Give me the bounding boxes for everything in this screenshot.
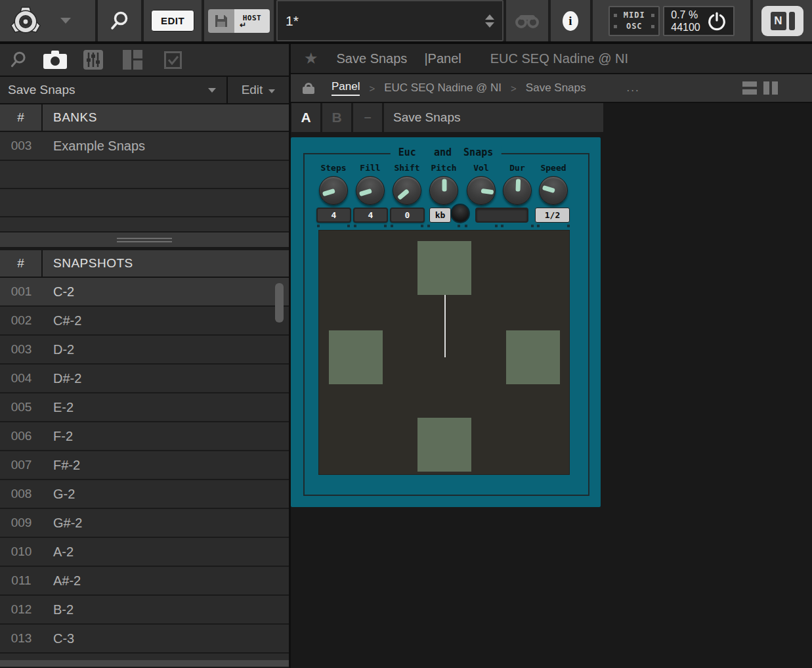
fill-knob[interactable]	[356, 176, 385, 205]
speed-knob[interactable]	[539, 176, 568, 205]
snapshot-row[interactable]: 004 D#-2	[0, 365, 289, 393]
star-icon[interactable]: ★	[304, 49, 318, 68]
snapshot-row[interactable]: 013 C-3	[0, 625, 289, 654]
sliders-icon	[83, 50, 103, 70]
step-square[interactable]	[417, 241, 471, 295]
pitch-kb-toggle[interactable]: kb	[429, 208, 451, 223]
snapshot-edit-menu[interactable]: Edit	[228, 83, 289, 97]
ni-logo-icon[interactable]: N	[761, 6, 803, 36]
search-icon	[110, 11, 129, 32]
fill-value[interactable]: 4	[353, 208, 388, 223]
search-icon	[10, 51, 27, 69]
bank-empty-slot[interactable]	[0, 189, 289, 217]
snapshot-number: 004	[0, 371, 43, 386]
enter-arrow-icon: ↵	[240, 22, 246, 28]
snapshot-select-field[interactable]: 1*	[276, 0, 503, 41]
view-b-tab[interactable]: B	[322, 103, 351, 132]
vol-slider[interactable]	[475, 208, 528, 223]
snapshots-list: 001 C-2 002 C#-2 003 D-2 004 D#-2 005 E-…	[0, 278, 289, 660]
spinner-down-icon[interactable]	[485, 22, 494, 28]
speed-value[interactable]: 1/2	[535, 208, 570, 223]
pitch-round-button[interactable]	[450, 204, 470, 223]
sidebar-panelsets-tab[interactable]	[113, 50, 152, 70]
knob-min-dot	[317, 225, 320, 227]
dur-knob[interactable]	[503, 176, 532, 205]
snapshot-row[interactable]: 010 A-2	[0, 538, 289, 567]
knob-max-dot	[347, 225, 350, 227]
bank-empty-slot[interactable]	[0, 217, 289, 233]
toolbar-search-button[interactable]	[98, 0, 141, 41]
midi-out-led	[651, 14, 654, 17]
instrument-tab[interactable]: Save Snaps	[384, 103, 603, 132]
app-menu-caret-down-icon[interactable]	[60, 18, 71, 24]
breadcrumb-more[interactable]: ...	[627, 81, 640, 95]
view-a-tab[interactable]: A	[291, 103, 320, 132]
bank-row[interactable]: 003 Example Snaps	[0, 132, 289, 161]
shift-knob[interactable]	[393, 176, 421, 205]
snapshot-row[interactable]: 012 B-2	[0, 596, 289, 625]
snapshot-bank-selector[interactable]: Save Snaps	[8, 83, 208, 97]
horizontal-split-icon[interactable]	[742, 81, 757, 95]
sidebar-checklist-tab[interactable]	[152, 51, 193, 69]
info-button[interactable]: i	[551, 0, 590, 41]
chevron-right-icon: >	[369, 83, 375, 94]
power-icon[interactable]	[707, 11, 727, 31]
knob-col-steps: Steps	[315, 163, 352, 205]
knob-max-dot	[421, 225, 423, 227]
sidebar-properties-tab[interactable]	[74, 50, 113, 70]
steps-value[interactable]: 4	[316, 208, 351, 223]
pitch-knob[interactable]	[429, 176, 458, 205]
snapshots-scrollbar-thumb[interactable]	[275, 283, 284, 323]
steps-knob[interactable]	[319, 176, 348, 205]
xy-pad[interactable]	[318, 230, 570, 475]
edit-button[interactable]: EDIT	[151, 10, 194, 32]
snapshot-row[interactable]: 002 C#-2	[0, 307, 289, 336]
snapshot-row[interactable]: 011 A#-2	[0, 567, 289, 596]
snapshot-name: C-3	[43, 631, 289, 646]
snapshot-row[interactable]: 007 F#-2	[0, 451, 289, 480]
knob-pointer	[481, 188, 494, 194]
reaktor-logo-icon[interactable]	[11, 5, 41, 37]
lock-icon[interactable]	[303, 83, 314, 94]
snapshot-number: 008	[0, 487, 43, 501]
debug-view-button[interactable]	[506, 0, 548, 41]
step-square[interactable]	[417, 418, 471, 472]
snapshot-row[interactable]: 006 F-2	[0, 422, 289, 451]
pane-resize-handle[interactable]	[0, 233, 289, 247]
vertical-split-icon[interactable]	[763, 81, 778, 95]
snapshot-row[interactable]: 005 E-2	[0, 393, 289, 422]
osc-label: OSC	[621, 22, 647, 31]
osc-out-led	[651, 25, 654, 28]
host-button[interactable]: HOST ↵	[234, 9, 270, 33]
snapshot-row[interactable]: 014 C#-3	[0, 654, 289, 660]
save-button[interactable]	[208, 9, 234, 33]
spinner-up-icon[interactable]	[485, 14, 494, 20]
bank-empty-slot[interactable]	[0, 161, 289, 189]
vol-knob[interactable]	[467, 176, 496, 205]
step-square[interactable]	[506, 330, 560, 384]
selector-caret-down-icon[interactable]	[208, 88, 216, 93]
snapshot-name: E-2	[43, 400, 289, 415]
snapshot-name: A#-2	[43, 573, 289, 589]
breadcrumb-leaf[interactable]: Save Snaps	[526, 81, 586, 95]
breadcrumb-ensemble[interactable]: EUC SEQ Nadine @ NI	[384, 81, 502, 95]
sidebar-icon-bar	[0, 44, 289, 77]
snapshot-row[interactable]: 003 D-2	[0, 336, 289, 365]
knob-col-speed: Speed	[535, 163, 572, 205]
sidebar-snapshots-tab[interactable]	[37, 50, 74, 70]
snapshot-spinner[interactable]	[485, 14, 494, 28]
favorite-title-row: ★ Save Snaps |Panel EUC SEQ Nadine @ NI	[291, 44, 812, 74]
shift-value[interactable]: 0	[390, 208, 425, 223]
sidebar-search-tab[interactable]	[0, 51, 37, 69]
snapshot-row[interactable]: 008 G-2	[0, 480, 289, 509]
banks-number-header: #	[0, 104, 43, 131]
breadcrumb-panel[interactable]: Panel	[331, 80, 360, 96]
midi-in-led	[614, 14, 617, 17]
snapshot-number: 009	[0, 516, 43, 530]
knob-pointer	[442, 179, 447, 191]
snapshot-row[interactable]: 009 G#-2	[0, 509, 289, 538]
step-square[interactable]	[329, 330, 383, 384]
snapshot-row[interactable]: 001 C-2	[0, 278, 289, 307]
knob-col-fill: Fill	[352, 163, 389, 205]
minimize-tab[interactable]: −	[353, 103, 382, 132]
